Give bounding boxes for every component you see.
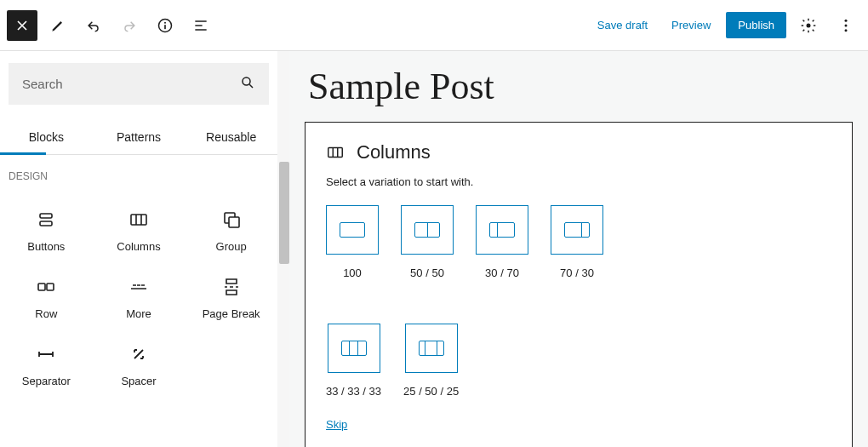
- block-item-label: Group: [216, 240, 247, 253]
- variation-70-30[interactable]: 70 / 30: [551, 205, 603, 279]
- svg-rect-12: [229, 217, 239, 227]
- save-draft-button[interactable]: Save draft: [589, 14, 656, 37]
- columns-block-description: Select a variation to start with.: [326, 175, 831, 188]
- block-inserter-sidebar: Blocks Patterns Reusable Design Buttons …: [0, 51, 289, 447]
- editor-canvas: Sample Post Columns Select a variation t…: [289, 51, 868, 447]
- columns-icon: [326, 143, 345, 162]
- svg-rect-8: [40, 214, 52, 218]
- svg-rect-9: [40, 221, 52, 226]
- svg-point-5: [845, 24, 848, 26]
- redo-button[interactable]: [114, 10, 145, 41]
- editor-toolbar: Save draft Preview Publish: [0, 0, 868, 51]
- close-inserter-button[interactable]: [7, 10, 37, 41]
- skip-link[interactable]: Skip: [326, 418, 347, 431]
- variation-label: 50 / 50: [410, 266, 444, 279]
- columns-icon: [128, 209, 149, 230]
- spacer-icon: [128, 344, 149, 364]
- svg-rect-14: [47, 284, 54, 290]
- section-title-design: Design: [0, 155, 277, 189]
- outline-icon[interactable]: [186, 10, 216, 41]
- search-input-wrapper: [9, 63, 269, 105]
- variation-label: 25 / 50 / 25: [403, 385, 459, 398]
- block-item-label: More: [126, 307, 151, 320]
- group-icon: [221, 209, 242, 230]
- variation-label: 70 / 30: [560, 266, 594, 279]
- svg-rect-2: [164, 25, 166, 29]
- block-item-buttons[interactable]: Buttons: [0, 198, 93, 265]
- variation-label: 33 / 33 / 33: [326, 385, 381, 398]
- columns-block-header: Columns: [326, 141, 831, 163]
- variation-label: 100: [343, 266, 362, 279]
- block-item-label: Page Break: [203, 307, 260, 320]
- variation-label: 30 / 70: [485, 266, 519, 279]
- page-break-icon: [221, 277, 242, 297]
- block-item-group[interactable]: Group: [185, 198, 277, 265]
- undo-button[interactable]: [78, 10, 109, 41]
- block-item-label: Row: [35, 307, 57, 320]
- svg-rect-10: [131, 215, 146, 225]
- tab-reusable[interactable]: Reusable: [185, 120, 277, 154]
- block-item-label: Buttons: [27, 240, 65, 253]
- tab-blocks[interactable]: Blocks: [0, 120, 93, 154]
- info-icon[interactable]: [150, 10, 180, 41]
- svg-rect-13: [38, 284, 45, 290]
- variation-50-50[interactable]: 50 / 50: [401, 205, 454, 279]
- columns-block-placeholder: Columns Select a variation to start with…: [305, 122, 853, 447]
- inserter-tabs: Blocks Patterns Reusable: [0, 120, 277, 155]
- buttons-icon: [36, 209, 56, 230]
- toolbar-right: Save draft Preview Publish: [589, 10, 861, 41]
- edit-icon[interactable]: [43, 10, 73, 41]
- separator-icon: [36, 344, 56, 364]
- block-item-label: Separator: [22, 375, 71, 387]
- row-icon: [36, 277, 56, 297]
- svg-point-3: [807, 23, 811, 27]
- block-grid: Buttons Columns Group Row More: [0, 189, 277, 408]
- preview-button[interactable]: Preview: [663, 14, 719, 37]
- variation-30-70[interactable]: 30 / 70: [476, 205, 528, 279]
- toolbar-left: [7, 10, 216, 41]
- svg-point-7: [243, 77, 250, 85]
- block-item-more[interactable]: More: [93, 265, 186, 332]
- svg-rect-15: [328, 148, 343, 158]
- search-input[interactable]: [22, 77, 240, 91]
- column-variations: 100 50 / 50 30 / 70 70 / 30 33 / 33: [326, 205, 831, 398]
- block-item-label: Columns: [117, 240, 160, 253]
- block-item-row[interactable]: Row: [0, 265, 93, 332]
- variation-25-50-25[interactable]: 25 / 50 / 25: [403, 324, 459, 398]
- tab-patterns[interactable]: Patterns: [93, 120, 186, 154]
- block-item-label: Spacer: [121, 375, 156, 387]
- post-title[interactable]: Sample Post: [308, 65, 853, 108]
- variation-100[interactable]: 100: [326, 205, 379, 279]
- block-item-spacer[interactable]: Spacer: [93, 332, 186, 399]
- svg-point-6: [845, 29, 848, 32]
- columns-block-title: Columns: [357, 141, 431, 163]
- sidebar-scrollbar[interactable]: [277, 51, 289, 447]
- block-item-columns[interactable]: Columns: [93, 198, 186, 265]
- publish-button[interactable]: Publish: [726, 12, 786, 38]
- more-menu-icon[interactable]: [831, 10, 861, 41]
- search-icon: [240, 75, 255, 93]
- more-icon: [128, 277, 149, 297]
- svg-point-4: [845, 19, 848, 21]
- block-item-page-break[interactable]: Page Break: [185, 265, 277, 332]
- block-item-separator[interactable]: Separator: [0, 332, 93, 399]
- settings-icon[interactable]: [793, 10, 824, 41]
- variation-33-33-33[interactable]: 33 / 33 / 33: [326, 324, 381, 398]
- svg-point-1: [164, 21, 166, 23]
